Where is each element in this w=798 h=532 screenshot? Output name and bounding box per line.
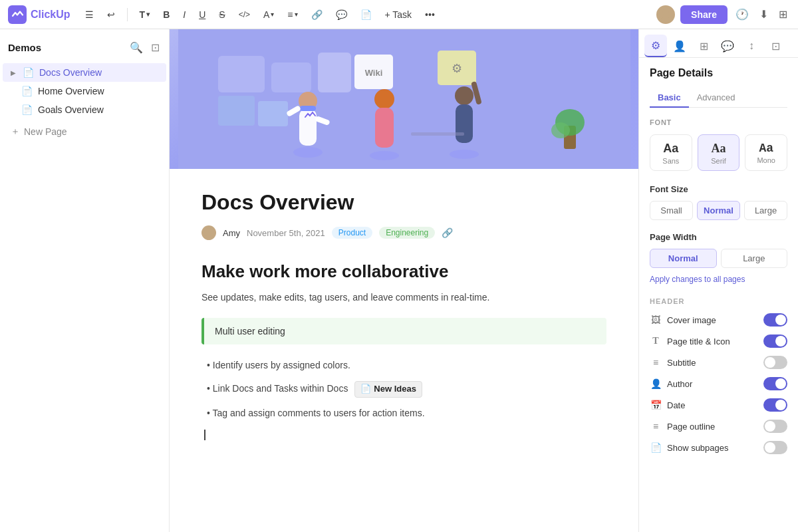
sidebar-header: Demos 🔍 ⊡: [0, 35, 169, 63]
link-button[interactable]: 🔗: [307, 7, 327, 23]
panel-tab-grid[interactable]: ⊞: [692, 35, 715, 57]
home-overview-icon: 📄: [21, 86, 33, 96]
history-icon[interactable]: 🕐: [733, 5, 751, 23]
panel-tab-user[interactable]: 👤: [668, 35, 691, 57]
italic-button[interactable]: I: [179, 7, 190, 23]
svg-rect-11: [218, 96, 255, 126]
tag-product[interactable]: Product: [332, 227, 372, 239]
page-outline-icon: ≡: [650, 421, 662, 432]
font-opt-mono[interactable]: Aa Mono: [745, 134, 787, 171]
toggle-page-outline: ≡ Page outline: [650, 420, 787, 433]
header-section-label: HEADER: [650, 297, 787, 305]
undo-button[interactable]: ↩: [103, 7, 119, 23]
underline-button[interactable]: U: [195, 7, 209, 23]
svg-point-2: [660, 17, 671, 23]
panel-tab-settings[interactable]: ⚙: [644, 35, 667, 57]
svg-point-31: [205, 235, 213, 240]
show-subpages-label: Show subpages: [667, 443, 729, 453]
task-button[interactable]: + Task: [381, 7, 416, 23]
panel-content: Page Details Basic Advanced Font Aa Sans…: [639, 58, 798, 471]
width-options: Normal Large: [650, 249, 787, 268]
more-button[interactable]: •••: [421, 7, 439, 23]
sidebar-layout-button[interactable]: ⊡: [150, 40, 161, 55]
sidebar-item-label: Docs Overview: [39, 67, 102, 78]
size-normal[interactable]: Normal: [697, 201, 740, 220]
svg-point-20: [374, 89, 394, 109]
author-label: Author: [667, 379, 692, 389]
page-title-icon: T: [650, 336, 662, 346]
page-title-toggle[interactable]: [763, 334, 787, 348]
share-button[interactable]: Share: [680, 5, 728, 24]
sidebar-item-label: Goals Overview: [38, 104, 104, 115]
bold-button[interactable]: B: [159, 7, 174, 23]
cover-image-icon: 🖼: [650, 315, 662, 325]
comment-button[interactable]: 💬: [332, 7, 351, 23]
subtab-basic[interactable]: Basic: [650, 88, 689, 108]
panel-tab-comment[interactable]: 💬: [716, 35, 739, 57]
right-panel: ⚙ 👤 ⊞ 💬 ↕ ⊡ Page Details Basic Advanced …: [638, 29, 798, 532]
align-button[interactable]: ≡ ▾: [283, 7, 301, 23]
page-width-label: Page Width: [650, 232, 787, 242]
bullet-1: • Identify users by assigned colors.: [201, 358, 606, 372]
menu-button[interactable]: ☰: [81, 7, 98, 23]
inline-chip[interactable]: 📄 New Ideas: [354, 381, 422, 398]
download-icon[interactable]: ⬇: [757, 5, 771, 23]
sidebar-item-goals-overview[interactable]: 📄 Goals Overview: [3, 100, 166, 119]
date-toggle[interactable]: [763, 398, 787, 412]
layout-icon[interactable]: ⊞: [776, 5, 790, 23]
svg-point-30: [206, 228, 211, 233]
width-large[interactable]: Large: [721, 249, 788, 268]
apply-changes-link[interactable]: Apply changes to all pages: [650, 275, 787, 284]
font-opt-serif[interactable]: Aa Serif: [698, 134, 740, 171]
svg-rect-21: [375, 108, 394, 148]
share-link-icon[interactable]: 🔗: [442, 227, 453, 238]
toolbar-separator: [127, 8, 128, 21]
sidebar-item-label: Home Overview: [38, 86, 104, 96]
author-toggle[interactable]: [763, 377, 787, 390]
header-section: HEADER 🖼 Cover image T Page title & Icon: [650, 297, 787, 454]
color-button[interactable]: A ▾: [259, 7, 278, 23]
panel-tab-sort[interactable]: ↕: [740, 35, 763, 57]
cover-image: Wiki ⚙: [170, 29, 638, 169]
text-format-button[interactable]: T ▾: [136, 7, 154, 23]
toggle-page-title: T Page title & Icon: [650, 334, 787, 348]
goals-overview-icon: 📄: [21, 104, 33, 115]
cover-image-toggle[interactable]: [763, 313, 787, 327]
sidebar: Demos 🔍 ⊡ ▶ 📄 Docs Overview 📄 Home Overv…: [0, 29, 170, 532]
author-avatar: [201, 225, 216, 240]
panel-tab-layout2[interactable]: ⊡: [764, 35, 787, 57]
chip-icon: 📄: [360, 382, 371, 396]
doc-link-button[interactable]: 📄: [356, 7, 376, 23]
bullet-3: • Tag and assign comments to users for a…: [201, 406, 606, 420]
code-button[interactable]: </>: [235, 7, 254, 22]
toggle-cover-image: 🖼 Cover image: [650, 313, 787, 327]
callout-text: Multi user editing: [215, 326, 285, 336]
strikethrough-button[interactable]: S: [215, 7, 229, 23]
docs-overview-icon: 📄: [23, 67, 34, 78]
font-section-label: Font: [650, 118, 787, 126]
svg-point-23: [455, 86, 473, 105]
page-outline-toggle[interactable]: [763, 420, 787, 433]
doc-callout: Multi user editing: [201, 318, 606, 344]
size-options: Small Normal Large: [650, 201, 787, 220]
svg-point-1: [662, 9, 669, 15]
document-body: Docs Overview Amy November 5th, 2021 Pro…: [170, 169, 638, 472]
sidebar-item-home-overview[interactable]: 📄 Home Overview: [3, 82, 166, 100]
svg-rect-24: [456, 104, 473, 143]
font-opt-sans[interactable]: Aa Sans: [650, 134, 692, 171]
sidebar-search-button[interactable]: 🔍: [128, 40, 144, 55]
size-small[interactable]: Small: [650, 201, 693, 220]
subtitle-toggle[interactable]: [763, 356, 787, 369]
tag-engineering[interactable]: Engineering: [379, 227, 435, 239]
doc-date: November 5th, 2021: [247, 228, 325, 238]
doc-heading: Make work more collaborative: [201, 261, 606, 282]
show-subpages-toggle[interactable]: [763, 441, 787, 454]
size-large[interactable]: Large: [744, 201, 787, 220]
sidebar-item-docs-overview[interactable]: ▶ 📄 Docs Overview: [3, 63, 166, 82]
cover-illustration: Wiki ⚙: [170, 29, 638, 169]
new-page-button[interactable]: ＋ New Page: [3, 122, 166, 142]
plus-icon: ＋: [11, 126, 20, 138]
subtab-advanced[interactable]: Advanced: [689, 88, 743, 108]
svg-text:Wiki: Wiki: [364, 68, 382, 78]
width-normal[interactable]: Normal: [650, 249, 717, 268]
